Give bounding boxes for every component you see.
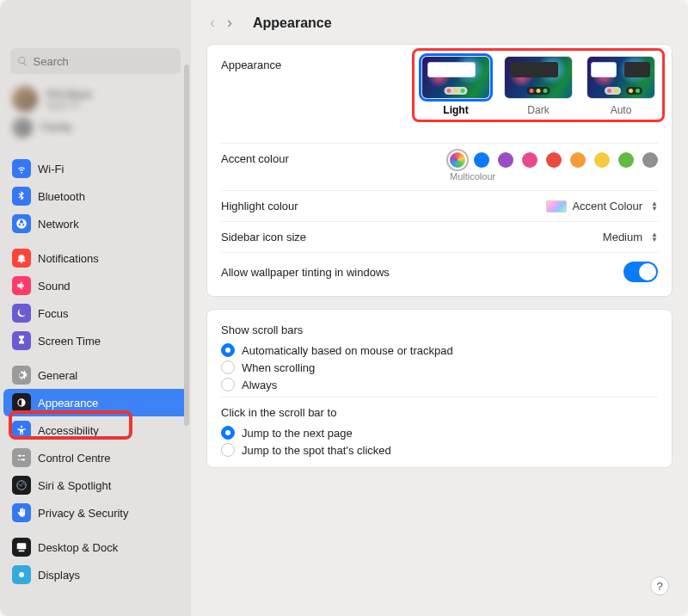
show-scroll-bars-option[interactable]: Automatically based on mouse or trackpad	[221, 342, 658, 359]
svg-point-2	[22, 459, 24, 460]
siri-icon	[12, 476, 31, 495]
back-button[interactable]: ‹	[210, 14, 215, 32]
accent-colour-multicolour[interactable]	[450, 152, 465, 168]
account-section: Phil Black Apple ID Family	[0, 81, 191, 148]
show-scroll-bars-option[interactable]: When scrolling	[221, 359, 658, 376]
controls-icon	[12, 448, 31, 467]
sidebar-item-general[interactable]: General	[3, 361, 187, 389]
search-field[interactable]	[10, 48, 181, 74]
sidebar-item-focus[interactable]: Focus	[3, 299, 187, 327]
panel-appearance: Appearance LightDarkAuto Accent colour M…	[206, 44, 673, 297]
sidebar-item-sound[interactable]: Sound	[3, 272, 187, 299]
avatar	[12, 86, 38, 112]
sidebar: Phil Black Apple ID Family Wi-FiBluetoot…	[0, 0, 191, 616]
accent-colour-e94b3c[interactable]	[546, 152, 562, 168]
appearance-option-auto[interactable]: Auto	[587, 56, 655, 116]
sidebar-item-desktop-dock[interactable]: Desktop & Dock	[3, 533, 187, 561]
svg-point-0	[21, 426, 22, 428]
sidebar-item-wi-fi[interactable]: Wi-Fi	[3, 155, 187, 182]
appearance-icon	[12, 393, 31, 412]
sidebar-item-network[interactable]: Network	[3, 210, 187, 237]
scroll-click-option[interactable]: Jump to the spot that's clicked	[221, 441, 658, 459]
sidebar-item-accessibility[interactable]: Accessibility	[3, 416, 187, 444]
sidebar-item-label: Displays	[38, 569, 80, 582]
highlight-colour-swatch	[546, 200, 567, 213]
radio-label: Jump to the next page	[242, 427, 353, 440]
sidebar-item-apple-id[interactable]: Phil Black Apple ID	[12, 86, 179, 112]
sidebar-item-label: Appearance	[38, 397, 98, 410]
accent-colour-8e8e93[interactable]	[642, 152, 658, 168]
sidebar-item-label: Control Centre	[38, 452, 111, 465]
sidebar-icon-size-label: Sidebar icon size	[221, 231, 306, 243]
bluetooth-icon	[12, 187, 31, 206]
sidebar-item-privacy-security[interactable]: Privacy & Security	[3, 499, 187, 527]
sidebar-item-siri-spotlight[interactable]: Siri & Spotlight	[3, 471, 187, 499]
radio-label: Automatically based on mouse or trackpad	[242, 344, 453, 357]
moon-icon	[12, 304, 31, 323]
forward-button[interactable]: ›	[227, 14, 232, 32]
scroll-click-title: Click in the scroll bar to	[221, 406, 658, 419]
radio-label: Jump to the spot that's clicked	[242, 444, 391, 457]
annotation-highlight-appearance: LightDarkAuto	[412, 48, 665, 122]
appearance-options: LightDarkAuto	[421, 56, 655, 116]
appearance-option-label: Auto	[587, 104, 655, 116]
desktop-icon	[12, 538, 31, 557]
help-button[interactable]: ?	[650, 576, 669, 595]
sidebar-item-label: Desktop & Dock	[38, 541, 118, 554]
radio-label: Always	[242, 379, 277, 391]
svg-point-6	[19, 572, 24, 577]
sidebar-item-notifications[interactable]: Notifications	[3, 244, 187, 272]
highlight-colour-label: Highlight colour	[221, 200, 298, 213]
main-content: ‹ › Appearance Appearance LightDarkAuto …	[191, 0, 688, 616]
sidebar-item-label: Siri & Spotlight	[38, 479, 111, 492]
sidebar-icon-size-select[interactable]: Medium ▲▼	[603, 231, 658, 243]
accent-colour-64b946[interactable]	[618, 152, 634, 168]
sidebar-item-label: Network	[38, 218, 79, 231]
appearance-label: Appearance	[221, 59, 281, 71]
accent-colour-f7c93f[interactable]	[594, 152, 610, 168]
page-title: Appearance	[253, 15, 332, 31]
family-icon	[12, 117, 33, 138]
sidebar-item-control-centre[interactable]: Control Centre	[3, 444, 187, 471]
appearance-option-dark[interactable]: Dark	[504, 56, 573, 116]
sidebar-scrollbar[interactable]	[184, 65, 189, 426]
radio-icon	[221, 426, 235, 440]
appearance-option-light[interactable]: Light	[421, 56, 490, 116]
wallpaper-tinting-toggle[interactable]	[624, 262, 658, 282]
radio-icon	[221, 378, 235, 391]
search-icon	[17, 55, 28, 67]
sidebar-icon-size-value: Medium	[603, 231, 642, 243]
show-scroll-bars-title: Show scroll bars	[221, 323, 658, 336]
sidebar-item-label: Notifications	[38, 252, 99, 265]
sidebar-item-family[interactable]: Family	[12, 117, 179, 138]
chevron-up-down-icon: ▲▼	[651, 201, 658, 212]
accent-colour-e84a8f[interactable]	[522, 152, 538, 168]
sidebar-item-bluetooth[interactable]: Bluetooth	[3, 182, 187, 210]
chevron-up-down-icon: ▲▼	[651, 232, 658, 243]
search-input[interactable]	[34, 55, 174, 68]
hourglass-icon	[12, 331, 31, 350]
gear-icon	[12, 366, 31, 385]
accessibility-icon	[12, 421, 31, 440]
appearance-option-label: Dark	[504, 104, 573, 116]
sidebar-item-label: Focus	[38, 307, 68, 320]
sidebar-item-label: General	[38, 369, 77, 382]
svg-rect-4	[17, 543, 27, 549]
accent-colour-0a7aff[interactable]	[474, 152, 489, 168]
sidebar-item-appearance[interactable]: Appearance	[3, 389, 187, 416]
highlight-colour-select[interactable]: Accent Colour ▲▼	[546, 200, 658, 213]
accent-colour-f29d38[interactable]	[570, 152, 586, 168]
svg-rect-5	[19, 551, 25, 552]
show-scroll-bars-option[interactable]: Always	[221, 376, 658, 393]
accent-colour-9a4ec3[interactable]	[498, 152, 513, 168]
main-header: ‹ › Appearance	[206, 0, 673, 44]
scroll-click-option[interactable]: Jump to the next page	[221, 424, 658, 441]
sidebar-item-label: Screen Time	[38, 335, 101, 348]
sidebar-item-displays[interactable]: Displays	[3, 561, 187, 588]
radio-icon	[221, 360, 235, 374]
sidebar-item-screen-time[interactable]: Screen Time	[3, 327, 187, 354]
accent-colour-options	[450, 152, 658, 168]
sidebar-item-label: Accessibility	[38, 424, 99, 437]
accent-colour-caption: Multicolour	[450, 171, 658, 182]
scroll-click-group: Click in the scroll bar to Jump to the n…	[221, 397, 658, 462]
